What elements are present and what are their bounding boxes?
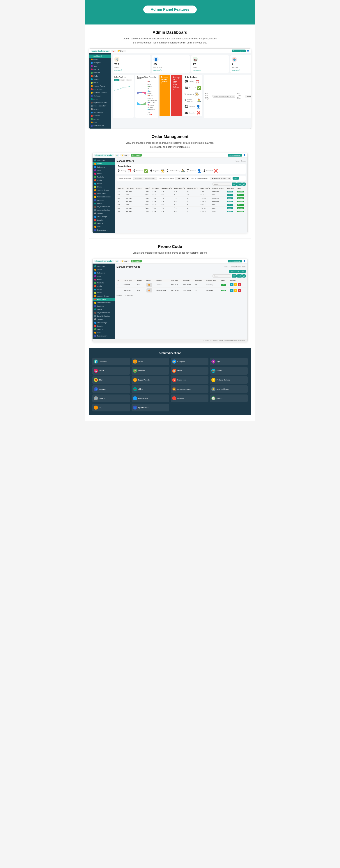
sidebar-item-faq[interactable]: FAQ (89, 121, 111, 124)
orders-status-select[interactable]: All Orders (175, 177, 189, 180)
promo-export-excel[interactable]: XLS (237, 274, 242, 278)
orders-sidebar-faq[interactable]: FAQ (93, 225, 114, 228)
promo-sidebar-faq[interactable]: FAQ (93, 331, 114, 334)
branches-more-info[interactable]: More Info ⓘ (232, 69, 251, 71)
orders-sidebar-support[interactable]: Support Tickets (93, 189, 114, 192)
orders-date-input[interactable] (133, 177, 157, 180)
promo-sidebar-support[interactable]: Support Tickets (93, 294, 114, 298)
sidebar-item-send-notification[interactable]: Send Notification (89, 104, 111, 107)
sidebar-item-branch[interactable]: Branch (89, 68, 111, 71)
sidebar-item-categories[interactable]: Categories (89, 61, 111, 64)
promo-print[interactable]: 🖨 (242, 274, 246, 278)
sidebar-item-support[interactable]: Support Tickets (89, 84, 111, 88)
promo-sidebar-offers[interactable]: Offers (93, 291, 114, 294)
promo-sidebar-promo[interactable]: Promo code (93, 298, 114, 301)
promo-lang-button[interactable]: Select Language (228, 260, 242, 262)
orders-sidebar-products[interactable]: Products (93, 175, 114, 179)
orders-sidebar-send-notification[interactable]: Send Notification (93, 209, 114, 212)
add-promo-button[interactable]: Add Promo Code (229, 270, 246, 273)
orders-sidebar-customer[interactable]: Customer (93, 198, 114, 202)
filter-status-select[interactable]: All Orders (245, 95, 251, 98)
orders-sidebar-riders[interactable]: Riders (93, 202, 114, 205)
orders-sidebar-system-users[interactable]: System Users (93, 228, 114, 232)
sidebar-item-media[interactable]: Media (89, 74, 111, 78)
orders-sidebar-tags[interactable]: Tags (93, 169, 114, 172)
promo-sidebar-web-settings[interactable]: Web Settings (93, 321, 114, 324)
promo-sidebar-featured[interactable]: Featured Sections (93, 301, 114, 304)
promo-sidebar-orders[interactable]: Orders (93, 268, 114, 271)
orders-sidebar-featured[interactable]: Featured Sections (93, 195, 114, 198)
promo-delete-button[interactable]: 🗑 (238, 283, 241, 286)
promo-sidebar-send-notification[interactable]: Send Notification (93, 314, 114, 318)
select-language-button[interactable]: Select Language (232, 50, 246, 52)
promo-sidebar-location[interactable]: Location (93, 324, 114, 328)
promo-sidebar-products[interactable]: Products (93, 281, 114, 284)
promo-view-button2[interactable]: 👁 (230, 289, 234, 292)
promo-sidebar-dashboard[interactable]: Dashboard (93, 265, 114, 268)
orders-more-info[interactable]: More Info ⓘ (114, 69, 149, 71)
chart-tab-month[interactable]: Month (126, 79, 132, 81)
promo-sidebar-branch[interactable]: Branch (93, 278, 114, 281)
sidebar-item-reports[interactable]: Reports (89, 118, 111, 121)
sidebar-item-customer[interactable]: Customer (89, 94, 111, 98)
orders-sidebar-sliders[interactable]: Sliders (93, 182, 114, 185)
promo-delete-button2[interactable]: 🗑 (238, 289, 241, 292)
orders-sidebar-system[interactable]: System (93, 212, 114, 215)
riders-more-info[interactable]: More Info ⓘ (193, 69, 228, 71)
promo-sidebar-payment-request[interactable]: Payment Request (93, 311, 114, 314)
orders-sidebar-orders[interactable]: Orders (93, 162, 114, 165)
orders-sidebar-dashboard[interactable]: Dashboard (93, 159, 114, 162)
chart-tab-week[interactable]: Week (120, 79, 125, 81)
orders-print[interactable]: 🖨 (242, 183, 246, 186)
orders-filter-button[interactable]: Filter (233, 177, 239, 180)
sidebar-item-web-settings[interactable]: Web Settings (89, 111, 111, 114)
date-range-input[interactable] (212, 95, 235, 98)
promo-sidebar-categories[interactable]: Categories (93, 271, 114, 275)
chart-tab-day[interactable]: Day (114, 79, 119, 81)
orders-payment-select[interactable]: All Payment Methods (210, 177, 231, 180)
promo-sidebar-tags[interactable]: Tags (93, 275, 114, 278)
sidebar-item-products[interactable]: Products (89, 71, 111, 74)
sidebar-item-system[interactable]: System (89, 107, 111, 111)
promo-sidebar-reports[interactable]: Reports (93, 328, 114, 331)
promo-sidebar-media[interactable]: Media (93, 284, 114, 288)
orders-sidebar-reports[interactable]: Reports (93, 222, 114, 225)
sidebar-item-riders[interactable]: Riders (89, 98, 111, 101)
sidebar-item-payment-request[interactable]: Payment Request (89, 101, 111, 104)
promo-export-csv[interactable]: CSV (232, 274, 236, 278)
sidebar-item-offers[interactable]: Offers (89, 81, 111, 84)
orders-sidebar-web-settings[interactable]: Web Settings (93, 215, 114, 218)
sidebar-item-orders[interactable]: Orders (89, 58, 111, 61)
notif-more-info2[interactable]: More Info ⓘ (173, 87, 179, 90)
signups-more-info[interactable]: More Info ⓘ (154, 69, 188, 71)
sidebar-item-featured[interactable]: Featured Sections (89, 91, 111, 94)
sidebar-item-sliders[interactable]: Sliders (89, 78, 111, 81)
orders-export-csv[interactable]: CSV (232, 183, 236, 186)
sidebar-item-dashboard[interactable]: Dashboard (89, 55, 111, 58)
cell-user: WRTeam (125, 200, 135, 203)
orders-export-excel[interactable]: XLS (237, 183, 242, 186)
promo-sidebar-system[interactable]: System (93, 318, 114, 321)
sidebar-item-location[interactable]: Location (89, 114, 111, 118)
promo-edit-button[interactable]: ✏ (234, 283, 237, 286)
orders-sidebar-media[interactable]: Media (93, 179, 114, 182)
promo-sidebar-customer[interactable]: Customer (93, 304, 114, 308)
sidebar-item-tags[interactable]: Tags (89, 64, 111, 68)
orders-search-input[interactable] (212, 183, 231, 186)
notif-more-info[interactable]: More Info ⓘ (161, 81, 168, 84)
sidebar-item-system-users[interactable]: System Users (89, 124, 111, 127)
promo-sidebar-sliders[interactable]: Sliders (93, 288, 114, 291)
orders-sidebar-promo[interactable]: Promo code (93, 192, 114, 195)
orders-sidebar-offers[interactable]: Offers (93, 185, 114, 189)
promo-sidebar-system-users[interactable]: System Users (93, 334, 114, 338)
promo-edit-button2[interactable]: ✏ (234, 289, 237, 292)
promo-search-input[interactable] (212, 274, 231, 278)
orders-lang-button[interactable]: Select Language (228, 154, 242, 157)
orders-sidebar-location[interactable]: Location (93, 218, 114, 222)
orders-sidebar-branch[interactable]: Branch (93, 172, 114, 175)
orders-sidebar-categories[interactable]: Categories (93, 165, 114, 169)
promo-sidebar-riders[interactable]: Riders (93, 308, 114, 311)
promo-view-button[interactable]: 👁 (230, 283, 234, 286)
sidebar-item-promo[interactable]: Promo code (89, 88, 111, 91)
orders-sidebar-payment-request[interactable]: Payment Request (93, 205, 114, 209)
